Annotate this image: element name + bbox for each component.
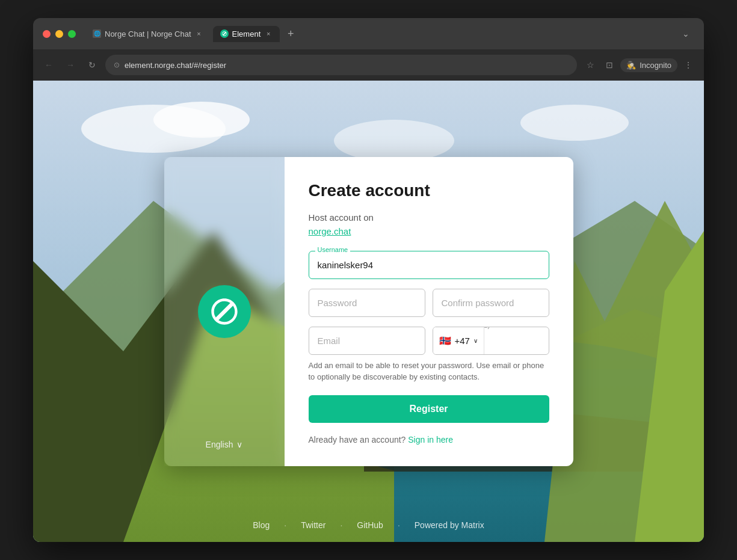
tab-close-1[interactable]: ×: [195, 29, 203, 38]
register-button[interactable]: Register: [309, 395, 549, 423]
footer-sep-2: ·: [340, 520, 342, 530]
footer-link-twitter[interactable]: Twitter: [301, 520, 325, 530]
phone-input-container: Phone (optional) 🇳🇴 +47 ∨: [433, 327, 549, 355]
more-tabs-button[interactable]: ⌄: [677, 25, 694, 42]
nav-actions: ☆ ⊡ 🕵 Incognito ⋮: [582, 57, 697, 73]
email-input[interactable]: [309, 327, 425, 354]
tab-favicon-2: [220, 29, 229, 38]
browser-window: 🌐 Norge Chat | Norge Chat × Element × + …: [33, 18, 704, 542]
tab-close-2[interactable]: ×: [264, 29, 273, 38]
email-input-wrapper: [309, 327, 425, 355]
minimize-button[interactable]: [55, 30, 63, 38]
confirm-password-input[interactable]: [433, 289, 549, 316]
browser-menu-button[interactable]: ⋮: [680, 57, 697, 73]
phone-number-input[interactable]: [484, 328, 549, 354]
element-logo: [198, 285, 251, 338]
forward-button[interactable]: →: [62, 57, 79, 73]
footer-sep-1: ·: [284, 520, 286, 530]
split-view-button[interactable]: ⊡: [601, 57, 618, 73]
page-title: Create account: [309, 181, 549, 200]
username-label: Username: [315, 246, 351, 253]
close-button[interactable]: [43, 30, 51, 38]
phone-flag: 🇳🇴: [439, 335, 451, 346]
footer-link-blog[interactable]: Blog: [253, 520, 270, 530]
back-button[interactable]: ←: [40, 57, 57, 73]
maximize-button[interactable]: [68, 30, 76, 38]
reload-button[interactable]: ↻: [84, 57, 100, 73]
main-container: English ∨ Create account Host account on…: [33, 81, 704, 542]
footer-link-matrix[interactable]: Powered by Matrix: [415, 520, 484, 530]
browser-navbar: ← → ↻ ⊙ element.norge.chat/#/register ☆ …: [33, 49, 704, 81]
host-label: Host account on: [309, 212, 549, 223]
chevron-phone-icon: ∨: [473, 337, 478, 344]
signin-text: Already have an account?: [309, 435, 406, 445]
username-input[interactable]: [309, 251, 549, 278]
address-bar-lock-icon: ⊙: [114, 61, 120, 69]
password-input-wrapper: [309, 289, 425, 317]
incognito-badge: 🕵 Incognito: [620, 58, 677, 72]
signin-link[interactable]: Sign in here: [408, 435, 453, 445]
footer-links: Blog · Twitter · GitHub · Powered by Mat…: [33, 520, 704, 530]
username-field-group: Username: [309, 251, 549, 279]
bookmark-button[interactable]: ☆: [582, 57, 599, 73]
address-bar-url: element.norge.chat/#/register: [125, 61, 569, 70]
language-label: English: [206, 440, 233, 449]
browser-titlebar: 🌐 Norge Chat | Norge Chat × Element × + …: [33, 18, 704, 49]
phone-inner: 🇳🇴 +47 ∨: [433, 327, 549, 354]
footer-link-github[interactable]: GitHub: [357, 520, 383, 530]
phone-field-wrapper: Phone (optional) 🇳🇴 +47 ∨: [433, 327, 549, 355]
chevron-down-icon: ∨: [236, 440, 242, 449]
language-selector[interactable]: English ∨: [206, 440, 243, 449]
tab-favicon-1: 🌐: [93, 29, 101, 38]
phone-country-selector[interactable]: 🇳🇴 +47 ∨: [433, 327, 484, 354]
tab-label-1: Norge Chat | Norge Chat: [105, 29, 191, 38]
tab-element[interactable]: Element ×: [213, 26, 280, 42]
traffic-lights: [43, 30, 76, 38]
username-input-wrapper: Username: [309, 251, 549, 279]
auth-main: Create account Host account on norge.cha…: [285, 157, 573, 466]
tab-bar: 🌐 Norge Chat | Norge Chat × Element × + …: [85, 25, 694, 42]
tab-norge-chat[interactable]: 🌐 Norge Chat | Norge Chat ×: [85, 26, 211, 42]
browser-content: English ∨ Create account Host account on…: [33, 81, 704, 542]
incognito-label: Incognito: [640, 61, 671, 70]
footer-sep-3: ·: [398, 520, 400, 530]
tab-label-2: Element: [232, 29, 261, 38]
element-logo-icon: [209, 296, 240, 327]
email-phone-row: Phone (optional) 🇳🇴 +47 ∨: [309, 327, 549, 355]
phone-country-code: +47: [455, 336, 470, 346]
helper-text: Add an email to be able to reset your pa…: [309, 360, 549, 383]
auth-sidebar: English ∨: [164, 157, 285, 466]
auth-card-wrapper: English ∨ Create account Host account on…: [164, 157, 573, 466]
password-input[interactable]: [309, 289, 425, 316]
password-row: [309, 289, 549, 317]
incognito-icon: 🕵: [626, 61, 636, 70]
signin-row: Already have an account? Sign in here: [309, 435, 549, 445]
host-link[interactable]: norge.chat: [309, 226, 549, 236]
address-bar[interactable]: ⊙ element.norge.chat/#/register: [105, 55, 577, 75]
confirm-password-input-wrapper: [433, 289, 549, 317]
new-tab-button[interactable]: +: [282, 25, 299, 42]
